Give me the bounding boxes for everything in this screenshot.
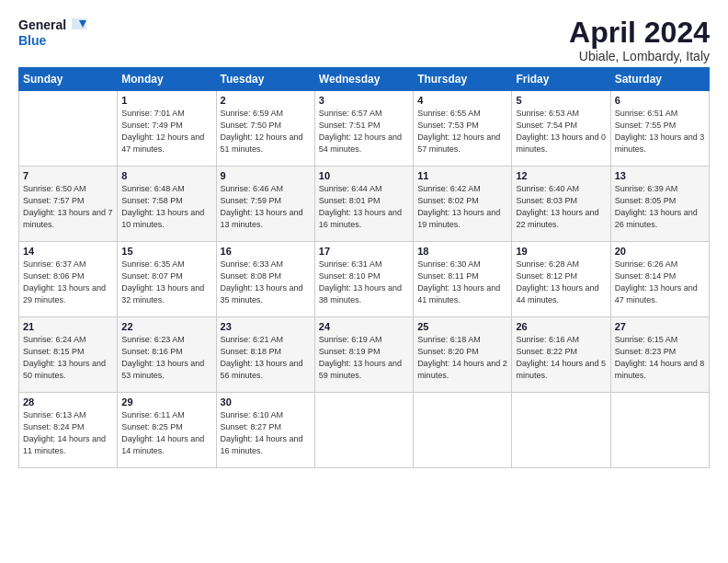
table-row: 5 Sunrise: 6:53 AMSunset: 7:54 PMDayligh… xyxy=(512,91,610,167)
day-info: Sunrise: 6:53 AMSunset: 7:54 PMDaylight:… xyxy=(516,108,606,155)
day-info: Sunrise: 6:59 AMSunset: 7:50 PMDaylight:… xyxy=(221,108,311,155)
day-info: Sunrise: 6:33 AMSunset: 8:08 PMDaylight:… xyxy=(221,259,311,306)
day-number: 13 xyxy=(615,170,705,181)
day-number: 23 xyxy=(221,321,311,332)
table-row: 13 Sunrise: 6:39 AMSunset: 8:05 PMDaylig… xyxy=(610,167,709,242)
table-row: 26 Sunrise: 6:16 AMSunset: 8:22 PMDaylig… xyxy=(512,317,610,393)
table-row xyxy=(314,393,413,468)
day-number: 27 xyxy=(615,321,705,332)
day-info: Sunrise: 6:10 AMSunset: 8:27 PMDaylight:… xyxy=(221,409,311,457)
day-number: 6 xyxy=(615,95,705,106)
day-info: Sunrise: 6:18 AMSunset: 8:20 PMDaylight:… xyxy=(417,334,507,382)
day-info: Sunrise: 7:01 AMSunset: 7:49 PMDaylight:… xyxy=(121,108,211,155)
table-row xyxy=(414,393,512,468)
day-number: 3 xyxy=(319,95,409,106)
day-number: 25 xyxy=(417,321,507,332)
day-number: 26 xyxy=(516,321,606,332)
table-row: 22 Sunrise: 6:23 AMSunset: 8:16 PMDaylig… xyxy=(118,317,216,393)
table-row: 17 Sunrise: 6:31 AMSunset: 8:10 PMDaylig… xyxy=(314,242,413,317)
day-info: Sunrise: 6:48 AMSunset: 7:58 PMDaylight:… xyxy=(121,183,211,231)
day-number: 19 xyxy=(516,246,606,257)
col-sunday: Sunday xyxy=(19,68,118,91)
table-row: 29 Sunrise: 6:11 AMSunset: 8:25 PMDaylig… xyxy=(118,393,216,468)
day-info: Sunrise: 6:50 AMSunset: 7:57 PMDaylight:… xyxy=(23,183,113,231)
month-year-title: April 2024 xyxy=(569,17,710,49)
table-row: 6 Sunrise: 6:51 AMSunset: 7:55 PMDayligh… xyxy=(610,91,709,167)
day-number: 22 xyxy=(121,321,211,332)
table-row: 21 Sunrise: 6:24 AMSunset: 8:15 PMDaylig… xyxy=(19,317,118,393)
day-number: 15 xyxy=(121,246,211,257)
day-info: Sunrise: 6:11 AMSunset: 8:25 PMDaylight:… xyxy=(121,409,211,457)
day-number: 4 xyxy=(417,95,507,106)
calendar-header-row: Sunday Monday Tuesday Wednesday Thursday… xyxy=(19,68,710,91)
calendar-week-5: 28 Sunrise: 6:13 AMSunset: 8:24 PMDaylig… xyxy=(19,393,710,468)
day-info: Sunrise: 6:26 AMSunset: 8:14 PMDaylight:… xyxy=(615,259,705,306)
table-row: 27 Sunrise: 6:15 AMSunset: 8:23 PMDaylig… xyxy=(610,317,709,393)
calendar-week-2: 7 Sunrise: 6:50 AMSunset: 7:57 PMDayligh… xyxy=(19,167,710,242)
day-info: Sunrise: 6:35 AMSunset: 8:07 PMDaylight:… xyxy=(121,259,211,306)
calendar-week-1: 1 Sunrise: 7:01 AMSunset: 7:49 PMDayligh… xyxy=(19,91,710,167)
table-row: 3 Sunrise: 6:57 AMSunset: 7:51 PMDayligh… xyxy=(314,91,413,167)
day-info: Sunrise: 6:40 AMSunset: 8:03 PMDaylight:… xyxy=(516,183,606,231)
col-monday: Monday xyxy=(118,68,216,91)
day-info: Sunrise: 6:42 AMSunset: 8:02 PMDaylight:… xyxy=(417,183,507,231)
table-row xyxy=(19,91,118,167)
day-info: Sunrise: 6:24 AMSunset: 8:15 PMDaylight:… xyxy=(23,334,113,382)
col-tuesday: Tuesday xyxy=(216,68,314,91)
location-subtitle: Ubiale, Lombardy, Italy xyxy=(569,49,710,63)
day-number: 10 xyxy=(319,170,409,181)
table-row: 7 Sunrise: 6:50 AMSunset: 7:57 PMDayligh… xyxy=(19,167,118,242)
day-number: 1 xyxy=(121,95,211,106)
table-row: 24 Sunrise: 6:19 AMSunset: 8:19 PMDaylig… xyxy=(314,317,413,393)
table-row: 25 Sunrise: 6:18 AMSunset: 8:20 PMDaylig… xyxy=(414,317,512,393)
day-number: 14 xyxy=(23,246,113,257)
day-number: 7 xyxy=(23,170,113,181)
table-row: 1 Sunrise: 7:01 AMSunset: 7:49 PMDayligh… xyxy=(118,91,216,167)
day-info: Sunrise: 6:21 AMSunset: 8:18 PMDaylight:… xyxy=(221,334,311,382)
day-info: Sunrise: 6:23 AMSunset: 8:16 PMDaylight:… xyxy=(121,334,211,382)
table-row: 9 Sunrise: 6:46 AMSunset: 7:59 PMDayligh… xyxy=(216,167,314,242)
table-row: 11 Sunrise: 6:42 AMSunset: 8:02 PMDaylig… xyxy=(414,167,512,242)
calendar-week-4: 21 Sunrise: 6:24 AMSunset: 8:15 PMDaylig… xyxy=(19,317,710,393)
day-info: Sunrise: 6:28 AMSunset: 8:12 PMDaylight:… xyxy=(516,259,606,306)
day-number: 21 xyxy=(23,321,113,332)
day-info: Sunrise: 6:57 AMSunset: 7:51 PMDaylight:… xyxy=(319,108,409,155)
day-number: 29 xyxy=(121,396,211,408)
day-info: Sunrise: 6:39 AMSunset: 8:05 PMDaylight:… xyxy=(615,183,705,231)
table-row xyxy=(610,393,709,468)
day-info: Sunrise: 6:51 AMSunset: 7:55 PMDaylight:… xyxy=(615,108,705,155)
col-wednesday: Wednesday xyxy=(314,68,413,91)
header: General Blue April 2024 Ubiale, Lombardy… xyxy=(18,17,710,63)
day-number: 24 xyxy=(319,321,409,332)
day-number: 20 xyxy=(615,246,705,257)
title-block: April 2024 Ubiale, Lombardy, Italy xyxy=(569,17,710,63)
col-friday: Friday xyxy=(512,68,610,91)
day-number: 11 xyxy=(417,170,507,181)
day-number: 17 xyxy=(319,246,409,257)
table-row: 16 Sunrise: 6:33 AMSunset: 8:08 PMDaylig… xyxy=(216,242,314,317)
table-row: 14 Sunrise: 6:37 AMSunset: 8:06 PMDaylig… xyxy=(19,242,118,317)
day-info: Sunrise: 6:55 AMSunset: 7:53 PMDaylight:… xyxy=(417,108,507,155)
day-info: Sunrise: 6:44 AMSunset: 8:01 PMDaylight:… xyxy=(319,183,409,231)
day-number: 2 xyxy=(221,95,311,106)
day-number: 9 xyxy=(221,170,311,181)
table-row: 15 Sunrise: 6:35 AMSunset: 8:07 PMDaylig… xyxy=(118,242,216,317)
day-number: 8 xyxy=(121,170,211,181)
day-info: Sunrise: 6:30 AMSunset: 8:11 PMDaylight:… xyxy=(417,259,507,306)
table-row: 4 Sunrise: 6:55 AMSunset: 7:53 PMDayligh… xyxy=(414,91,512,167)
table-row: 8 Sunrise: 6:48 AMSunset: 7:58 PMDayligh… xyxy=(118,167,216,242)
day-info: Sunrise: 6:15 AMSunset: 8:23 PMDaylight:… xyxy=(615,334,705,382)
table-row: 20 Sunrise: 6:26 AMSunset: 8:14 PMDaylig… xyxy=(610,242,709,317)
table-row: 30 Sunrise: 6:10 AMSunset: 8:27 PMDaylig… xyxy=(216,393,314,468)
table-row: 18 Sunrise: 6:30 AMSunset: 8:11 PMDaylig… xyxy=(414,242,512,317)
day-number: 5 xyxy=(516,95,606,106)
table-row: 12 Sunrise: 6:40 AMSunset: 8:03 PMDaylig… xyxy=(512,167,610,242)
day-number: 12 xyxy=(516,170,606,181)
day-info: Sunrise: 6:31 AMSunset: 8:10 PMDaylight:… xyxy=(319,259,409,306)
day-info: Sunrise: 6:13 AMSunset: 8:24 PMDaylight:… xyxy=(23,409,113,457)
calendar-week-3: 14 Sunrise: 6:37 AMSunset: 8:06 PMDaylig… xyxy=(19,242,710,317)
logo: General Blue xyxy=(18,17,86,48)
table-row: 19 Sunrise: 6:28 AMSunset: 8:12 PMDaylig… xyxy=(512,242,610,317)
day-number: 18 xyxy=(417,246,507,257)
table-row: 23 Sunrise: 6:21 AMSunset: 8:18 PMDaylig… xyxy=(216,317,314,393)
